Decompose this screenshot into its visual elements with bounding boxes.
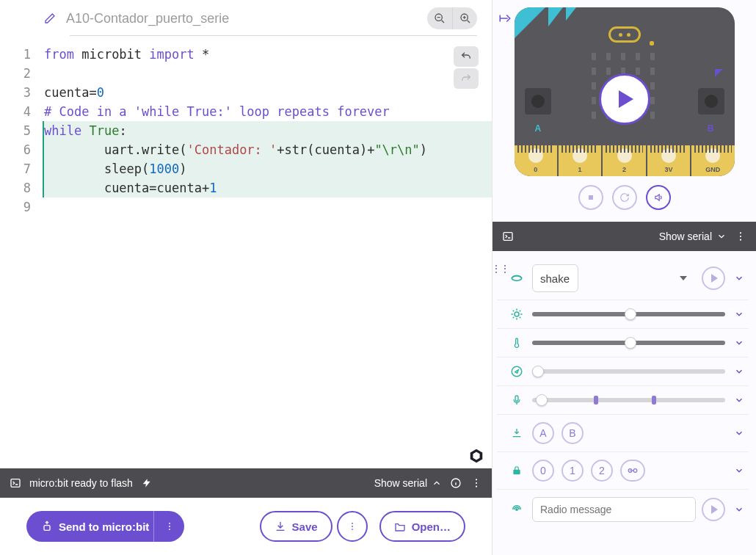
hex-badge-icon <box>468 448 484 464</box>
board-button-a[interactable] <box>525 88 551 115</box>
temp-expand-icon[interactable] <box>733 338 746 348</box>
board-label-a: A <box>535 123 542 134</box>
status-text: micro:bit ready to flash <box>29 477 133 489</box>
radio-send-button[interactable] <box>702 498 725 521</box>
send-more-button[interactable] <box>153 511 184 542</box>
sim-show-serial-toggle[interactable]: Show serial <box>659 231 727 242</box>
sensor-compass-row <box>497 358 749 386</box>
pin-chip-0[interactable]: 0 <box>532 460 554 482</box>
gesture-icon <box>509 271 525 286</box>
save-button-group: Save <box>260 511 368 542</box>
sim-stop-button[interactable] <box>578 185 603 210</box>
editor-panel: A10-Contador_puerto_serie 123456789 from… <box>0 0 492 555</box>
code-editor[interactable]: 123456789 from microbit import *cuenta=0… <box>0 36 492 468</box>
sound-slider[interactable] <box>532 398 725 402</box>
drag-handle-icon[interactable]: ⋮⋮ <box>493 263 509 275</box>
zoom-group <box>427 7 477 29</box>
sim-play-button[interactable] <box>599 73 650 125</box>
compass-expand-icon[interactable] <box>733 366 746 377</box>
show-serial-label: Show serial <box>374 477 427 489</box>
svg-point-6 <box>476 479 477 480</box>
sim-serial-bar: Show serial <box>493 222 756 251</box>
pins-expand-icon[interactable] <box>733 465 746 476</box>
compass-slider[interactable] <box>532 369 725 374</box>
sound-expand-icon[interactable] <box>733 395 746 405</box>
open-label: Open… <box>412 520 451 533</box>
gesture-select[interactable]: shake <box>532 264 578 292</box>
temp-slider[interactable] <box>532 341 725 345</box>
code-area[interactable]: from microbit import *cuenta=0# Code in … <box>44 45 492 468</box>
save-more-button[interactable] <box>337 511 368 542</box>
svg-point-10 <box>169 523 170 524</box>
svg-rect-17 <box>504 233 512 241</box>
undo-redo-group <box>454 46 479 89</box>
svg-point-26 <box>516 509 517 510</box>
pin-chip-2[interactable]: 2 <box>591 460 613 482</box>
svg-rect-4 <box>11 479 20 487</box>
gesture-play-button[interactable] <box>702 266 725 290</box>
board-button-b[interactable] <box>698 88 724 115</box>
undo-button[interactable] <box>454 46 479 67</box>
save-button[interactable]: Save <box>260 511 332 542</box>
radio-expand-icon[interactable] <box>733 504 746 515</box>
svg-point-21 <box>515 312 519 316</box>
svg-point-15 <box>352 529 353 530</box>
pin-chip-1[interactable]: 1 <box>561 460 584 482</box>
open-button[interactable]: Open… <box>379 511 465 542</box>
send-button[interactable]: Send to micro:bit <box>26 511 161 542</box>
board-edge: 0123VGND <box>515 145 735 176</box>
sensor-light-row <box>497 300 749 329</box>
sim-serial-more-icon[interactable] <box>734 230 747 243</box>
microbit-board[interactable]: A B ◤ 0123VGND <box>515 7 735 176</box>
info-icon[interactable] <box>449 476 462 490</box>
sensor-gesture-row: shake <box>497 257 749 300</box>
sim-terminal-icon <box>501 230 515 243</box>
zoom-out-button[interactable] <box>427 7 452 29</box>
svg-point-20 <box>740 239 741 241</box>
sensor-list[interactable]: ⋮⋮ shake <box>493 251 756 555</box>
svg-rect-25 <box>633 469 637 473</box>
svg-rect-23 <box>515 396 518 401</box>
show-serial-toggle[interactable]: Show serial <box>374 477 442 489</box>
save-label: Save <box>292 520 318 533</box>
download-icon <box>509 427 525 439</box>
radio-message-input[interactable] <box>532 497 696 522</box>
sim-controls <box>503 185 746 210</box>
line-gutter: 123456789 <box>0 45 44 468</box>
title-bar: A10-Contador_puerto_serie <box>0 0 492 35</box>
sensor-radio-row <box>497 490 749 529</box>
buttons-expand-icon[interactable] <box>733 428 746 438</box>
sim-restart-button[interactable] <box>612 185 637 210</box>
send-button-group: Send to micro:bit <box>26 511 184 542</box>
status-more-icon[interactable] <box>470 476 483 490</box>
sensor-temp-row <box>497 329 749 358</box>
sensor-pins-row: 012 <box>497 452 749 490</box>
svg-rect-16 <box>589 195 593 200</box>
redo-button[interactable] <box>454 68 479 89</box>
svg-point-18 <box>740 232 741 233</box>
edit-title-icon[interactable] <box>44 12 56 24</box>
button-a-chip[interactable]: A <box>532 422 554 444</box>
button-b-chip[interactable]: B <box>561 422 584 444</box>
simulator-area: A B ◤ 0123VGND <box>493 0 756 214</box>
terminal-icon <box>9 476 22 490</box>
gesture-expand-icon[interactable] <box>733 273 746 283</box>
sim-serial-label: Show serial <box>659 231 712 242</box>
compass-icon <box>509 365 525 378</box>
microphone-icon <box>509 393 525 407</box>
pin-link-chip[interactable] <box>620 460 645 482</box>
lock-icon <box>509 465 525 476</box>
sim-mute-button[interactable] <box>646 185 671 210</box>
sensor-buttons-row: A B <box>497 415 749 452</box>
board-logo-icon <box>608 26 641 43</box>
project-title[interactable]: A10-Contador_puerto_serie <box>66 11 417 26</box>
radio-icon <box>509 503 525 516</box>
temperature-icon <box>509 336 525 349</box>
light-expand-icon[interactable] <box>733 309 746 319</box>
board-mic-icon <box>650 41 654 46</box>
light-slider[interactable] <box>532 312 725 316</box>
send-label: Send to micro:bit <box>59 520 149 533</box>
zoom-in-button[interactable] <box>452 7 477 29</box>
board-label-b: B <box>708 123 714 134</box>
flash-icon <box>140 476 153 490</box>
